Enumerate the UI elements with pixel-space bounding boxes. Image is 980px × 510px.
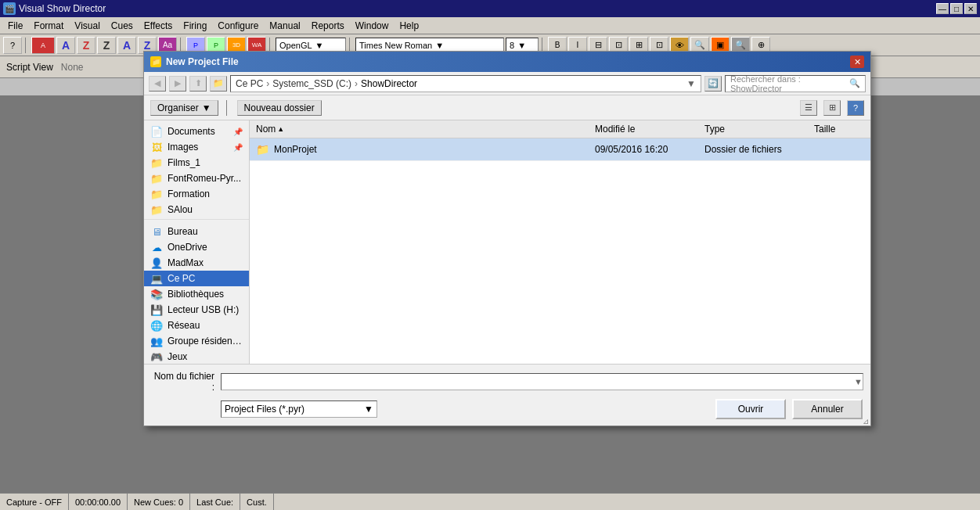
sidebar-label-madmax: MadMax — [168, 257, 204, 268]
bibliotheques-icon: 📚 — [150, 289, 163, 300]
dialog-title-bar: 📁 New Project File ✕ — [144, 52, 870, 72]
sidebar-item-onedrive[interactable]: ☁ OneDrive — [144, 239, 249, 255]
sidebar-item-salou[interactable]: 📁 SAlou — [144, 202, 249, 217]
organiser-label: Organiser — [157, 102, 199, 113]
sidebar-item-madmax[interactable]: 👤 MadMax — [144, 255, 249, 271]
cepc-icon: 💻 — [150, 273, 163, 284]
nav-forward-button[interactable]: ▶ — [169, 76, 186, 92]
menu-window[interactable]: Window — [351, 19, 394, 33]
sidebar-item-bibliotheques[interactable]: 📚 Bibliothèques — [144, 286, 249, 302]
tb-btn-5[interactable]: A — [117, 37, 136, 54]
sidebar-item-films[interactable]: 📁 Films_1 — [144, 155, 249, 171]
sidebar-label-bibliotheques: Bibliothèques — [168, 289, 224, 300]
sidebar-label-bureau: Bureau — [168, 226, 198, 237]
file-size-cell — [808, 148, 870, 151]
file-name-cell: 📁 MonProjet — [250, 142, 589, 157]
table-row[interactable]: 📁 MonProjet 09/05/2016 16:20 Dossier de … — [250, 138, 870, 161]
sidebar-item-reseau[interactable]: 🌐 Réseau — [144, 318, 249, 333]
menu-manual[interactable]: Manual — [265, 19, 304, 33]
sidebar-item-images[interactable]: 🖼 Images 📌 — [144, 139, 249, 155]
organiser-button[interactable]: Organiser ▼ — [150, 100, 218, 116]
nav-back-button[interactable]: ◀ — [149, 76, 166, 92]
lecteur-usb-icon: 💾 — [150, 304, 163, 315]
sidebar-item-groupe[interactable]: 👥 Groupe résidenti... — [144, 333, 249, 349]
sidebar-item-cepc[interactable]: 💻 Ce PC — [144, 271, 249, 286]
nav-folder-button[interactable]: 📁 — [210, 76, 227, 92]
title-bar-left: 🎬 Visual Show Director — [3, 2, 106, 15]
nouveau-dossier-button[interactable]: Nouveau dossier — [237, 100, 322, 116]
sidebar-label-images: Images — [168, 142, 198, 153]
sidebar-item-jeux[interactable]: 🎮 Jeux — [144, 349, 249, 364]
menu-help[interactable]: Help — [395, 19, 423, 33]
sidebar-label-documents: Documents — [168, 126, 215, 137]
bureau-icon: 🖥 — [150, 226, 163, 237]
title-bar: 🎬 Visual Show Director — □ ✕ — [0, 0, 980, 17]
sidebar-label-lecteur-usb: Lecteur USB (H:) — [168, 304, 239, 315]
menu-reports[interactable]: Reports — [307, 19, 349, 33]
nav-up-button[interactable]: ⬆ — [189, 76, 207, 92]
col-header-type[interactable]: Type — [698, 122, 808, 136]
sidebar-item-lecteur-usb[interactable]: 💾 Lecteur USB (H:) — [144, 302, 249, 318]
tb-btn-2[interactable]: A — [56, 37, 75, 54]
tb-btn-4[interactable]: Z — [97, 37, 116, 54]
view-details-button[interactable]: ☰ — [800, 100, 817, 116]
dialog-filelist: Nom ▲ Modifié le Type Taille — [250, 120, 870, 364]
col-header-nom[interactable]: Nom ▲ — [250, 122, 589, 136]
breadcrumb-drive[interactable]: Systemc_SSD (C:) — [272, 78, 351, 89]
search-icon[interactable]: 🔍 — [849, 78, 860, 88]
help-dialog-button[interactable]: ? — [847, 100, 864, 116]
app-icon: 🎬 — [3, 2, 16, 15]
organiser-arrow: ▼ — [202, 102, 211, 113]
help-toolbar-btn[interactable]: ? — [3, 37, 22, 54]
close-button[interactable]: ✕ — [964, 3, 977, 14]
sidebar-item-documents[interactable]: 📄 Documents 📌 — [144, 124, 249, 139]
breadcrumb-dropdown-arrow[interactable]: ▼ — [686, 78, 696, 89]
menu-file[interactable]: File — [3, 19, 27, 33]
col-nom-label: Nom — [256, 124, 276, 135]
resize-handle[interactable]: ⊿ — [861, 416, 870, 426]
sidebar-item-bureau[interactable]: 🖥 Bureau — [144, 224, 249, 239]
dialog-sidebar: 📄 Documents 📌 🖼 Images 📌 📁 Films_1 📁 Fon… — [144, 120, 250, 364]
file-folder-icon: 📁 — [256, 143, 269, 156]
filetype-arrow: ▼ — [364, 404, 373, 415]
breadcrumb-current[interactable]: ShowDirector — [361, 78, 417, 89]
file-type-cell: Dossier de fichiers — [698, 142, 808, 156]
dialog-footer: Nom du fichier : ▼ Project Files (*.pyr)… — [144, 364, 870, 426]
sidebar-label-reseau: Réseau — [168, 320, 200, 331]
sidebar-divider-1 — [144, 219, 249, 222]
nav-refresh-button[interactable]: 🔄 — [704, 76, 722, 92]
sidebar-item-fontromeu[interactable]: 📁 FontRomeu-Pyr... — [144, 171, 249, 186]
menu-firing[interactable]: Firing — [178, 19, 211, 33]
tb-btn-3[interactable]: Z — [77, 37, 95, 54]
filename-input[interactable] — [221, 373, 863, 390]
menu-cues[interactable]: Cues — [106, 19, 138, 33]
view-tiles-button[interactable]: ⊞ — [823, 100, 841, 116]
opengl-value: OpenGL — [279, 41, 312, 50]
menu-visual[interactable]: Visual — [70, 19, 104, 33]
app-window: 🎬 Visual Show Director — □ ✕ File Format… — [0, 0, 980, 510]
col-taille-label: Taille — [814, 124, 835, 135]
col-type-label: Type — [704, 124, 725, 135]
maximize-button[interactable]: □ — [950, 3, 963, 14]
dialog-icon: 📁 — [150, 56, 161, 67]
dialog-actionbar: Organiser ▼ Nouveau dossier ☰ ⊞ ? — [144, 95, 870, 120]
breadcrumb-cepc[interactable]: Ce PC — [236, 78, 263, 89]
sidebar-item-formation[interactable]: 📁 Formation — [144, 186, 249, 202]
menu-configure[interactable]: Configure — [213, 19, 263, 33]
minimize-button[interactable]: — — [936, 3, 949, 14]
menu-format[interactable]: Format — [29, 19, 68, 33]
col-modifie-label: Modifié le — [595, 124, 635, 135]
cancel-button[interactable]: Annuler — [792, 399, 863, 419]
search-placeholder: Rechercher dans : ShowDirector — [730, 74, 849, 93]
filetype-value: Project Files (*.pyr) — [225, 404, 304, 415]
filename-dropdown-arrow[interactable]: ▼ — [854, 377, 863, 386]
dialog-close-button[interactable]: ✕ — [850, 56, 864, 68]
search-box[interactable]: Rechercher dans : ShowDirector 🔍 — [725, 75, 866, 92]
col-header-taille[interactable]: Taille — [808, 122, 870, 136]
filetype-dropdown[interactable]: Project Files (*.pyr) ▼ — [221, 400, 377, 418]
menu-effects[interactable]: Effects — [139, 19, 177, 33]
open-button[interactable]: Ouvrir — [715, 399, 786, 419]
sidebar-label-fontromeu: FontRomeu-Pyr... — [168, 173, 241, 184]
tb-btn-1[interactable]: A — [31, 37, 55, 54]
col-header-modifie[interactable]: Modifié le — [589, 122, 698, 136]
